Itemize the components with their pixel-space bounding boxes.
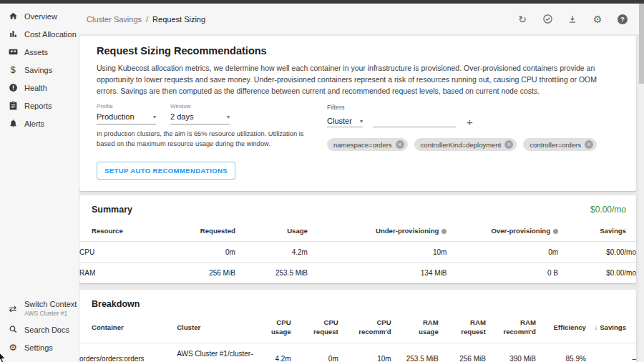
table-row: CPU 0m 4.2m 10m 0m $0.00/mo xyxy=(79,242,636,263)
col-cluster[interactable]: Cluster xyxy=(177,315,255,343)
profile-helper-text: In production clusters, the aim is 65% r… xyxy=(97,129,313,150)
content-area: Request Sizing Recommendations Using Kub… xyxy=(79,34,639,362)
total-savings-value: $0.00/mo xyxy=(590,205,626,215)
page-description: Using Kubecost allocation metrics, we de… xyxy=(97,63,619,97)
sidebar-item-label: Alerts xyxy=(24,119,44,128)
page-title: Request Sizing Recommendations xyxy=(97,45,619,57)
settings-gear-icon[interactable]: ⚙ xyxy=(591,13,604,26)
breadcrumb: Cluster Savings / Request Sizing xyxy=(87,15,205,24)
download-icon[interactable] xyxy=(566,13,579,26)
sidebar: Overview Cost Allocation Assets $ Saving… xyxy=(0,4,79,362)
col-usage: Usage xyxy=(235,221,308,242)
col-efficiency[interactable]: Efficiency xyxy=(536,315,586,343)
breadcrumb-current: Request Sizing xyxy=(152,15,205,24)
bell-icon xyxy=(8,119,18,129)
sidebar-item-overview[interactable]: Overview xyxy=(0,7,79,25)
setup-auto-recommendations-button[interactable]: SETUP AUTO RECOMMENDATIONS xyxy=(97,162,235,180)
sidebar-item-assets[interactable]: Assets xyxy=(0,43,79,61)
mouse-cursor xyxy=(0,351,7,362)
summary-card: Summary $0.00/mo Resource Requested Usag… xyxy=(79,195,636,283)
home-icon xyxy=(8,11,18,21)
col-under-provisioning: Under-provisioning xyxy=(308,221,447,242)
search-docs-button[interactable]: Search Docs xyxy=(0,321,79,338)
col-container[interactable]: Container xyxy=(79,315,177,343)
filter-chip: namespace=orders × xyxy=(327,138,408,151)
sidebar-item-savings[interactable]: $ Savings xyxy=(0,61,79,79)
assets-grid-icon xyxy=(8,47,18,57)
breakdown-table: Container Cluster CPU usage CPU request … xyxy=(79,315,636,362)
sidebar-item-health[interactable]: Health xyxy=(0,79,79,97)
scrollbar-thumb[interactable] xyxy=(639,4,644,84)
breakdown-title: Breakdown xyxy=(92,299,140,309)
filter-chips: namespace=orders × controllerKind=deploy… xyxy=(327,138,597,151)
switch-context-label: Switch Context xyxy=(24,300,77,310)
settings-button[interactable]: ⚙ Settings xyxy=(0,338,79,356)
search-icon xyxy=(8,325,18,335)
sidebar-item-label: Reports xyxy=(24,102,52,110)
profile-select[interactable]: Production ▾ xyxy=(97,112,156,124)
settings-label: Settings xyxy=(24,343,53,352)
filter-chip: controllerKind=deployment × xyxy=(414,138,517,151)
close-icon[interactable]: × xyxy=(585,140,593,149)
table-row: RAM 256 MiB 253.5 MiB 134 MiB 0 B $0.00/… xyxy=(79,263,636,283)
chevron-down-icon: ▾ xyxy=(153,114,156,120)
col-ram-usage[interactable]: RAM usage xyxy=(391,315,439,343)
col-savings: Savings xyxy=(558,221,636,242)
breadcrumb-parent[interactable]: Cluster Savings xyxy=(87,15,142,24)
info-icon xyxy=(553,229,558,234)
current-cluster-label: AWS Cluster #1 xyxy=(24,310,77,318)
col-savings-sorted[interactable]: ↓Savings xyxy=(586,315,636,343)
vertical-scrollbar[interactable] xyxy=(639,4,644,362)
top-window-strip xyxy=(0,0,644,4)
filter-chip: controller=orders × xyxy=(523,138,597,151)
sidebar-item-label: Assets xyxy=(24,48,48,57)
close-icon[interactable]: × xyxy=(396,140,404,149)
info-icon xyxy=(441,229,447,234)
refresh-icon[interactable]: ↻ xyxy=(516,13,529,26)
request-sizing-card: Request Sizing Recommendations Using Kub… xyxy=(79,36,636,191)
col-over-provisioning: Over-provisioning xyxy=(447,221,558,242)
table-row[interactable]: orders/orders:orders AWS Cluster #1/clus… xyxy=(79,343,636,362)
help-icon[interactable]: ? xyxy=(616,13,629,26)
chevron-down-icon: ▾ xyxy=(227,114,230,120)
sidebar-item-label: Health xyxy=(24,84,47,92)
chevron-down-icon: ▾ xyxy=(360,118,363,124)
col-resource: Resource xyxy=(79,221,168,242)
switch-arrows-icon: ⇄ xyxy=(8,303,18,313)
close-icon[interactable]: × xyxy=(504,140,513,149)
sidebar-item-alerts[interactable]: Alerts xyxy=(0,114,79,132)
gear-icon: ⚙ xyxy=(8,343,18,353)
switch-context-button[interactable]: ⇄ Switch Context AWS Cluster #1 xyxy=(0,296,79,321)
sidebar-item-label: Savings xyxy=(24,66,52,74)
diagnostics-check-icon[interactable] xyxy=(541,13,554,26)
summary-table: Resource Requested Usage Under-provision… xyxy=(79,221,636,283)
filters-label: Filters xyxy=(327,104,597,111)
sidebar-item-label: Cost Allocation xyxy=(24,30,77,39)
profile-label: Profile xyxy=(97,103,156,109)
sidebar-item-cost-allocation[interactable]: Cost Allocation xyxy=(0,25,79,43)
summary-title: Summary xyxy=(92,205,132,215)
bar-chart-icon xyxy=(8,29,18,39)
col-cpu-recommended[interactable]: CPU recomm'd xyxy=(338,315,391,343)
col-requested: Requested xyxy=(168,221,235,242)
col-cpu-usage[interactable]: CPU usage xyxy=(255,315,291,343)
sidebar-item-label: Overview xyxy=(24,12,57,21)
breakdown-card: Breakdown Container Cluster CPU usage CP… xyxy=(79,290,636,362)
sidebar-item-reports[interactable]: Reports xyxy=(0,97,79,114)
filter-field-select[interactable]: Cluster ▾ xyxy=(327,117,363,127)
col-ram-request[interactable]: RAM request xyxy=(439,315,486,343)
add-filter-icon[interactable]: + xyxy=(467,117,473,127)
dollar-icon: $ xyxy=(8,65,18,75)
window-select[interactable]: 2 days ▾ xyxy=(170,112,230,124)
health-alert-icon xyxy=(8,83,18,93)
filter-value-input[interactable] xyxy=(373,117,456,127)
breadcrumb-separator: / xyxy=(146,15,148,24)
window-label: Window xyxy=(170,103,230,109)
clipboard-icon xyxy=(8,101,18,111)
col-ram-recommended[interactable]: RAM recomm'd xyxy=(486,315,536,343)
search-docs-label: Search Docs xyxy=(24,326,69,334)
col-cpu-request[interactable]: CPU request xyxy=(291,315,338,343)
sort-desc-icon: ↓ xyxy=(594,323,597,331)
top-bar: Cluster Savings / Request Sizing ↻ ⚙ ? xyxy=(79,4,639,34)
